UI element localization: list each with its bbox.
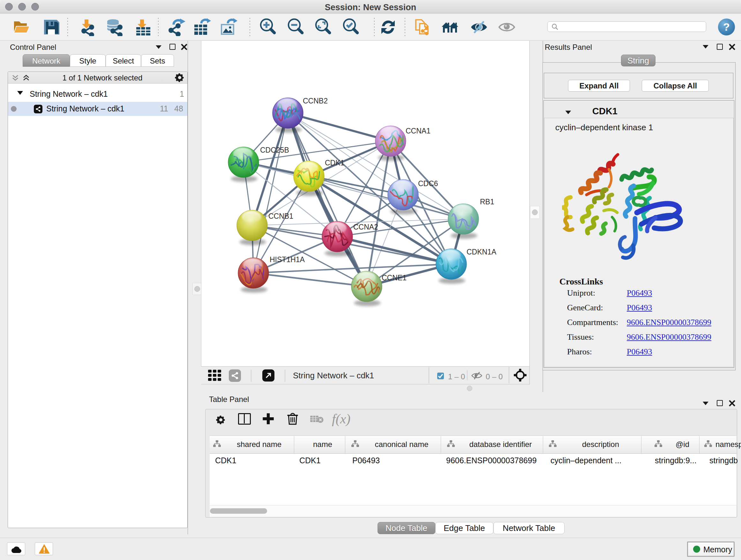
svg-text:CCNB1: CCNB1 (268, 212, 293, 220)
svg-text:CCNE1: CCNE1 (382, 273, 407, 282)
svg-text:CCNA2: CCNA2 (353, 223, 378, 231)
svg-text:CDC25B: CDC25B (260, 146, 289, 154)
svg-text:CDKN1A: CDKN1A (467, 248, 496, 256)
svg-text:HIST1H1A: HIST1H1A (270, 255, 305, 264)
svg-text:CDK1: CDK1 (325, 159, 344, 167)
svg-text:CDC6: CDC6 (418, 179, 438, 188)
svg-text:CCNB2: CCNB2 (303, 97, 328, 105)
svg-text:CCNA1: CCNA1 (406, 127, 430, 135)
svg-text:RB1: RB1 (480, 198, 494, 206)
